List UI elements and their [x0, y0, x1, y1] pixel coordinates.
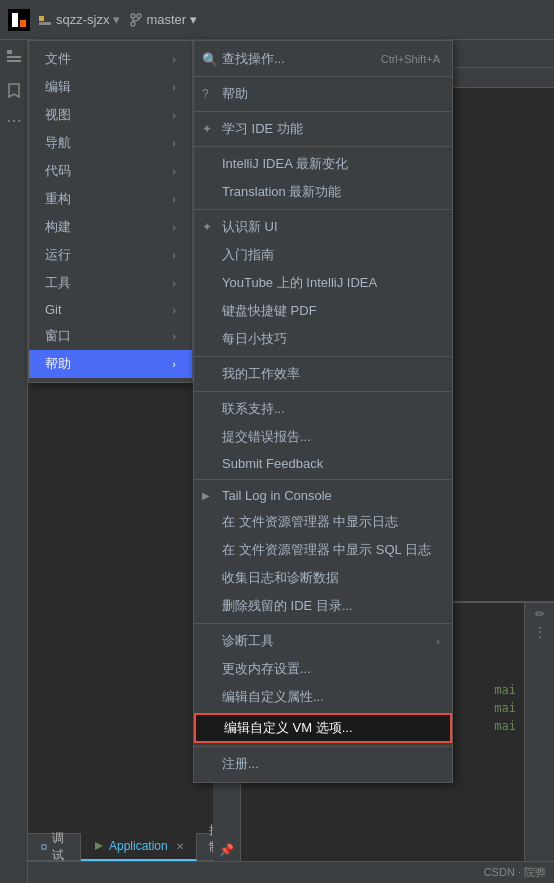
- help-new-ui[interactable]: ✦ 认识新 UI: [194, 213, 452, 241]
- arrow-icon: ▶: [202, 490, 210, 501]
- menu-arrow-icon: ›: [172, 330, 176, 342]
- help-edit-custom-props[interactable]: 编辑自定义属性...: [194, 683, 452, 711]
- menu-arrow-icon: ›: [172, 304, 176, 316]
- console-class2: mai: [494, 699, 516, 717]
- debug-tab[interactable]: 调试: [28, 833, 81, 861]
- help-tail-log[interactable]: ▶ Tail Log in Console: [194, 483, 452, 508]
- help-change-memory-label: 更改内存设置...: [222, 660, 311, 678]
- title-bar: sqzz-sjzx ▾ master ▾: [0, 0, 554, 40]
- main-layout: ⋯ ▶ node_modules lib ▶ public ▶ src: [0, 40, 554, 883]
- left-icon-bar: ⋯: [0, 40, 28, 883]
- menu-item-help[interactable]: 帮助 ›: [29, 350, 192, 378]
- question-icon: ?: [202, 87, 209, 101]
- menu-label: 构建: [45, 218, 71, 236]
- edit-icon[interactable]: ✏: [535, 607, 545, 621]
- help-delete-ide-dirs-label: 删除残留的 IDE 目录...: [222, 597, 353, 615]
- project-dropdown-icon[interactable]: ▾: [113, 12, 120, 27]
- help-whats-new[interactable]: IntelliJ IDEA 最新变化: [194, 150, 452, 178]
- menu-label: 导航: [45, 134, 71, 152]
- search-icon: 🔍: [202, 52, 218, 67]
- help-submenu[interactable]: 🔍 查找操作... Ctrl+Shift+A ? 帮助 ✦ 学习 IDE 功能 …: [193, 40, 453, 783]
- menu-item-code[interactable]: 代码 ›: [29, 157, 192, 185]
- help-keymap[interactable]: 键盘快捷键 PDF: [194, 297, 452, 325]
- help-translation-new[interactable]: Translation 最新功能: [194, 178, 452, 206]
- help-new-ui-label: 认识新 UI: [222, 218, 278, 236]
- menu-label: 运行: [45, 246, 71, 264]
- help-show-log-explorer[interactable]: 在 文件资源管理器 中显示日志: [194, 508, 452, 536]
- help-diagnostic-tools[interactable]: 诊断工具 ›: [194, 627, 452, 655]
- help-delete-ide-dirs[interactable]: 删除残留的 IDE 目录...: [194, 592, 452, 620]
- bottom-mini-tabs: 调试 Application ✕ 控制台 Ac: [28, 833, 213, 861]
- help-getting-started-label: 入门指南: [222, 246, 274, 264]
- help-submit-bug[interactable]: 提交错误报告...: [194, 423, 452, 451]
- help-edit-vm-options[interactable]: 编辑自定义 VM 选项...: [194, 713, 452, 743]
- project-name[interactable]: sqzz-sjzx ▾: [38, 12, 120, 27]
- menu-item-refactor[interactable]: 重构 ›: [29, 185, 192, 213]
- help-edit-custom-props-label: 编辑自定义属性...: [222, 688, 324, 706]
- app-logo: [8, 9, 30, 31]
- application-tab[interactable]: Application ✕: [81, 833, 197, 861]
- project-icon[interactable]: [2, 44, 26, 68]
- separator: [194, 479, 452, 480]
- help-register[interactable]: 注册...: [194, 750, 452, 778]
- menu-item-window[interactable]: 窗口 ›: [29, 322, 192, 350]
- more-icon[interactable]: ⋯: [2, 108, 26, 132]
- help-collect-logs[interactable]: 收集日志和诊断数据: [194, 564, 452, 592]
- help-help[interactable]: ? 帮助: [194, 80, 452, 108]
- svg-rect-1: [12, 13, 18, 27]
- svg-point-5: [131, 14, 135, 18]
- help-tip-of-day[interactable]: 每日小技巧: [194, 325, 452, 353]
- svg-rect-20: [43, 846, 46, 849]
- pin-icon[interactable]: 📌: [219, 843, 234, 857]
- svg-rect-10: [7, 60, 21, 62]
- help-edit-vm-options-label: 编辑自定义 VM 选项...: [224, 719, 353, 737]
- project-label: sqzz-sjzx: [56, 12, 109, 27]
- more-options-icon[interactable]: ⋮: [534, 625, 546, 639]
- help-contact-support[interactable]: 联系支持...: [194, 395, 452, 423]
- menu-arrow-icon: ›: [172, 53, 176, 65]
- menu-arrow-icon: ›: [172, 249, 176, 261]
- separator: [194, 746, 452, 747]
- svg-marker-21: [95, 842, 103, 850]
- help-show-sql-log[interactable]: 在 文件资源管理器 中显示 SQL 日志: [194, 536, 452, 564]
- menu-item-navigate[interactable]: 导航 ›: [29, 129, 192, 157]
- menu-item-tools[interactable]: 工具 ›: [29, 269, 192, 297]
- help-register-label: 注册...: [222, 755, 259, 773]
- help-youtube[interactable]: YouTube 上的 IntelliJ IDEA: [194, 269, 452, 297]
- help-learn-ide[interactable]: ✦ 学习 IDE 功能: [194, 115, 452, 143]
- right-mini-panel: ✏ ⋮: [524, 603, 554, 861]
- help-tip-of-day-label: 每日小技巧: [222, 330, 287, 348]
- help-find-action-label: 查找操作...: [222, 50, 285, 68]
- menu-item-run[interactable]: 运行 ›: [29, 241, 192, 269]
- menu-item-git[interactable]: Git ›: [29, 297, 192, 322]
- help-submit-feedback[interactable]: Submit Feedback: [194, 451, 452, 476]
- help-getting-started[interactable]: 入门指南: [194, 241, 452, 269]
- main-menu[interactable]: 文件 › 编辑 › 视图 › 导航 › 代码 › 重构 › 构建 › 运行 ›: [28, 40, 193, 383]
- menu-item-file[interactable]: 文件 ›: [29, 45, 192, 73]
- menu-label: 工具: [45, 274, 71, 292]
- help-find-action[interactable]: 🔍 查找操作... Ctrl+Shift+A: [194, 45, 452, 73]
- svg-rect-8: [7, 50, 12, 54]
- bookmark-icon[interactable]: [2, 78, 26, 102]
- svg-rect-9: [7, 56, 21, 58]
- help-learn-ide-label: 学习 IDE 功能: [222, 120, 303, 138]
- console-class1: mai: [494, 681, 516, 699]
- help-submit-bug-label: 提交错误报告...: [222, 428, 311, 446]
- help-diagnostic-tools-label: 诊断工具: [222, 632, 274, 650]
- branch-selector[interactable]: master ▾: [130, 12, 197, 27]
- menu-item-edit[interactable]: 编辑 ›: [29, 73, 192, 101]
- menu-arrow-icon: ›: [172, 165, 176, 177]
- menu-item-build[interactable]: 构建 ›: [29, 213, 192, 241]
- help-my-productivity[interactable]: 我的工作效率: [194, 360, 452, 388]
- menu-label: Git: [45, 302, 62, 317]
- debug-tab-label: 调试: [52, 830, 68, 864]
- separator: [194, 76, 452, 77]
- menu-arrow-icon: ›: [172, 81, 176, 93]
- console-class3: mai: [494, 717, 516, 735]
- app-tab-close[interactable]: ✕: [176, 841, 184, 852]
- menu-item-view[interactable]: 视图 ›: [29, 101, 192, 129]
- help-show-log-explorer-label: 在 文件资源管理器 中显示日志: [222, 513, 398, 531]
- star-icon: ✦: [202, 220, 212, 234]
- help-change-memory[interactable]: 更改内存设置...: [194, 655, 452, 683]
- star-icon: ✦: [202, 122, 212, 136]
